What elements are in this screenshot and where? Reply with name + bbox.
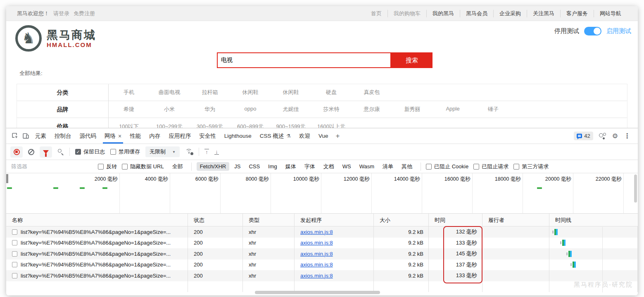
filter-value[interactable]: 休闲鞋 [230, 89, 271, 96]
request-row[interactable]: list?key=%E7%94%B5%E8%A7%86&pageNo=1&pag… [6, 270, 638, 281]
filter-value[interactable]: oppo [230, 106, 271, 113]
header-executor[interactable]: 履行者 [482, 214, 549, 226]
clear-button[interactable] [28, 149, 34, 155]
header-size[interactable]: 大小 [374, 214, 429, 226]
checkbox-unchecked[interactable] [110, 149, 116, 155]
disable-cache-checkbox[interactable]: 禁用缓存 [110, 148, 140, 156]
topnav-item[interactable]: 网站导航 [594, 10, 627, 17]
request-name-cell[interactable]: list?key=%E7%94%B5%E8%A7%86&pageNo=1&pag… [6, 270, 188, 281]
initiator-link[interactable]: axios.min.js:8 [300, 262, 333, 268]
filter-toggle-button[interactable] [40, 146, 52, 158]
invert-checkbox[interactable]: 反转 [98, 163, 117, 170]
filter-chip-all[interactable]: 全部 [169, 162, 186, 172]
devtools-tab[interactable]: Lighthouse [220, 128, 256, 144]
import-har-button[interactable]: ↑ [204, 149, 209, 155]
request-row[interactable]: list?key=%E7%94%B5%E8%A7%86&pageNo=1&pag… [6, 248, 638, 259]
request-name-cell[interactable]: list?key=%E7%94%B5%E8%A7%86&pageNo=1&pag… [6, 248, 188, 259]
filter-value[interactable]: 手机 [109, 89, 149, 96]
filter-value[interactable]: 华为 [190, 106, 230, 113]
filter-value[interactable]: 新秀丽 [392, 106, 433, 113]
checkbox-checked[interactable]: ✓ [75, 149, 81, 155]
device-toolbar-icon[interactable] [20, 131, 31, 141]
overview-scrollbar[interactable] [634, 174, 637, 203]
tab-close-icon[interactable]: × [118, 133, 121, 139]
filter-checkbox[interactable]: 已阻止 Cookie [426, 163, 468, 170]
header-type[interactable]: 类型 [243, 214, 295, 226]
request-name-cell[interactable]: list?key=%E7%94%B5%E8%A7%86&pageNo=1&pag… [6, 259, 188, 271]
request-row[interactable]: list?key=%E7%94%B5%E8%A7%86&pageNo=1&pag… [6, 238, 638, 249]
filter-chip[interactable]: Fetch/XHR [197, 162, 230, 171]
filter-chip[interactable]: Img [265, 162, 280, 171]
frames-popup-icon[interactable] [599, 133, 606, 139]
filter-value[interactable]: 莎米特 [311, 106, 352, 113]
filter-value[interactable]: 900~1599元 [271, 123, 311, 128]
devtools-tab[interactable]: 网络 × [100, 128, 126, 144]
request-name-cell[interactable]: list?key=%E7%94%B5%E8%A7%86&pageNo=1&pag… [6, 238, 188, 249]
filter-value[interactable]: 休闲鞋 [271, 89, 311, 96]
filter-value[interactable]: 1600以上元 [311, 123, 352, 128]
initiator-link[interactable]: axios.min.js:8 [300, 229, 333, 235]
filter-value[interactable]: 真皮包 [352, 89, 392, 96]
more-options-icon[interactable]: ⋮ [624, 133, 630, 139]
devtools-tab[interactable]: 控制台 [50, 128, 76, 144]
header-initiator[interactable]: 发起程序 [295, 214, 374, 226]
hide-data-urls-checkbox[interactable]: 隐藏数据 URL [122, 163, 164, 170]
search-input[interactable] [217, 52, 391, 68]
devtools-tab[interactable]: 应用程序 [164, 128, 195, 144]
filter-checkbox[interactable]: 已阻止请求 [473, 163, 509, 170]
network-overview[interactable]: 2000 毫秒 4000 毫秒 6000 毫秒 8000 毫秒 10000 毫秒… [6, 173, 638, 214]
inspect-element-icon[interactable] [10, 131, 20, 141]
horizontal-scrollbar[interactable] [255, 291, 380, 294]
request-row[interactable]: list?key=%E7%94%B5%E8%A7%86&pageNo=1&pag… [6, 226, 638, 238]
header-status[interactable]: 状态 [188, 214, 243, 226]
filter-checkbox[interactable]: 第三方请求 [513, 163, 549, 170]
request-url[interactable]: list?key=%E7%94%B5%E8%A7%86&pageNo=1&pag… [21, 251, 171, 257]
row-checkbox[interactable] [12, 262, 17, 267]
checkbox-unchecked[interactable] [513, 164, 519, 170]
devtools-tab[interactable]: 安全性 [195, 128, 220, 144]
login-link[interactable]: 请登录 [53, 10, 69, 17]
request-url[interactable]: list?key=%E7%94%B5%E8%A7%86&pageNo=1&pag… [21, 240, 171, 246]
filter-value[interactable]: 100以下 [109, 123, 149, 128]
filter-input[interactable] [10, 163, 93, 170]
filter-chip[interactable]: WS [339, 162, 354, 171]
logo[interactable]: ♞ 黑马商城 HMALL.COM [15, 25, 96, 52]
row-checkbox[interactable] [12, 240, 17, 245]
devtools-tab[interactable]: 欢迎 [295, 128, 314, 144]
request-name-cell[interactable]: list?key=%E7%94%B5%E8%A7%86&pageNo=1&pag… [6, 226, 188, 238]
request-url[interactable]: list?key=%E7%94%B5%E8%A7%86&pageNo=1&pag… [21, 229, 171, 235]
search-network-icon[interactable] [57, 148, 64, 155]
request-url[interactable]: list?key=%E7%94%B5%E8%A7%86&pageNo=1&pag… [21, 262, 171, 268]
filter-value[interactable]: 100~299元 [149, 123, 190, 128]
topnav-item[interactable]: 黑马会员 [460, 10, 493, 17]
export-har-button[interactable]: ↓ [214, 149, 219, 155]
initiator-link[interactable]: axios.min.js:8 [300, 273, 333, 279]
filter-value[interactable]: 硬盘 [311, 89, 352, 96]
network-conditions-icon[interactable] [185, 148, 193, 155]
header-waterfall[interactable]: 时间线 [549, 214, 638, 226]
overview-drag-handle[interactable] [6, 174, 8, 183]
filter-value[interactable]: 意尔康 [352, 106, 392, 113]
initiator-link[interactable]: axios.min.js:8 [300, 251, 333, 257]
row-checkbox[interactable] [12, 229, 17, 235]
preserve-log-checkbox[interactable]: ✓ 保留日志 [75, 148, 105, 156]
filter-value[interactable]: 拉杆箱 [190, 89, 230, 96]
devtools-tab[interactable]: CSS 概述 ⚗ [256, 128, 295, 144]
header-time[interactable]: 时间 [429, 214, 482, 226]
issues-badge[interactable]: 42 [574, 132, 593, 140]
filter-value[interactable]: 600~899元 [230, 123, 271, 128]
devtools-tab[interactable]: 元素 [31, 128, 50, 144]
search-button[interactable]: 搜索 [391, 52, 433, 68]
checkbox-unchecked[interactable] [426, 164, 432, 170]
initiator-link[interactable]: axios.min.js:8 [300, 240, 333, 246]
checkbox-unchecked[interactable] [122, 164, 128, 170]
throttling-select[interactable]: 无限制 ▼ [145, 146, 180, 157]
topnav-item[interactable]: 企业采购 [493, 10, 527, 17]
filter-value[interactable]: 尤妮佳 [271, 106, 311, 113]
request-row[interactable]: list?key=%E7%94%B5%E8%A7%86&pageNo=1&pag… [6, 259, 638, 271]
filter-value[interactable]: 300~599元 [190, 123, 230, 128]
filter-chip[interactable]: 字体 [301, 162, 318, 172]
filter-chip[interactable]: Wasm [356, 162, 378, 171]
topnav-item[interactable]: 首页 [365, 10, 387, 17]
row-checkbox[interactable] [12, 251, 17, 257]
